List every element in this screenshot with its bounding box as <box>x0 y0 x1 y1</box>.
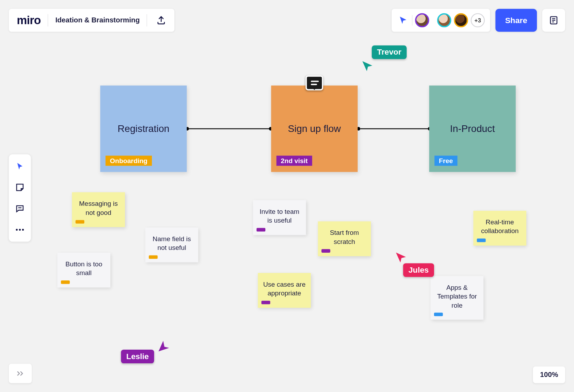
sticky-note-icon <box>15 183 25 192</box>
comment-icon <box>15 204 25 214</box>
tool-sticky[interactable] <box>12 180 27 195</box>
toolbar <box>9 154 31 241</box>
sticky-text: Name field is not useful <box>153 235 191 251</box>
remote-cursor-jules: Jules <box>403 263 434 277</box>
sticky-note[interactable]: Use cases are appropriate <box>258 273 311 308</box>
sticky-note[interactable]: Apps & Templates for role <box>430 276 483 320</box>
avatar[interactable] <box>437 13 451 27</box>
connector-line[interactable] <box>189 128 270 130</box>
avatar-overflow[interactable]: +3 <box>471 13 485 27</box>
sticky-text: Apps & Templates for role <box>437 284 477 309</box>
connector-line[interactable] <box>360 128 429 130</box>
comment-indicator[interactable] <box>306 75 323 90</box>
sticky-tag-chip <box>261 301 270 304</box>
more-icon <box>16 229 24 231</box>
remote-cursor-icon <box>157 339 171 353</box>
sticky-tag-chip <box>434 313 443 316</box>
divider <box>147 14 147 26</box>
sticky-text: Real-time collaboration <box>481 218 518 235</box>
header-right: +3 Share <box>392 9 565 32</box>
divider <box>48 14 48 26</box>
sticky-text: Start from scratch <box>330 229 359 245</box>
cursor-badge-icon <box>398 15 408 25</box>
card-registration[interactable]: Registration Onboarding <box>100 85 187 172</box>
sticky-note[interactable]: Name field is not useful <box>145 227 198 262</box>
card-title: Registration <box>118 123 169 134</box>
card-signup[interactable]: Sign up flow 2nd visit <box>271 85 358 172</box>
sticky-text: Invite to team is useful <box>260 208 300 224</box>
board-title[interactable]: Ideation & Brainstorming <box>55 16 140 24</box>
facilitate-button[interactable] <box>397 14 409 26</box>
export-icon <box>156 15 166 25</box>
sticky-note[interactable]: Real-time collaboration <box>473 211 526 245</box>
remote-cursor-icon <box>361 59 374 73</box>
sticky-text: Button is too small <box>65 260 102 276</box>
presence-bar: +3 <box>392 9 490 32</box>
sticky-tag-chip <box>76 220 84 223</box>
sticky-note[interactable]: Invite to team is useful <box>253 200 306 235</box>
activity-panel-button[interactable] <box>542 9 565 32</box>
remote-cursor-icon <box>394 251 408 264</box>
board-canvas[interactable]: miro Ideation & Brainstorming +3 Share <box>0 0 574 392</box>
card-tag[interactable]: 2nd visit <box>276 156 312 166</box>
sticky-tag-chip <box>477 238 485 242</box>
remote-cursor-trevor: Trevor <box>372 46 407 59</box>
sticky-text: Messaging is not good <box>79 200 118 216</box>
tool-more[interactable] <box>12 222 27 237</box>
tool-select[interactable] <box>12 159 27 174</box>
avatar[interactable] <box>415 13 429 27</box>
cursor-icon <box>15 162 24 170</box>
tool-comment[interactable] <box>12 201 27 216</box>
frames-panel-toggle[interactable] <box>9 364 32 383</box>
share-button[interactable]: Share <box>495 9 537 32</box>
card-title: In-Product <box>450 123 495 134</box>
sticky-tag-chip <box>257 228 265 231</box>
sticky-note[interactable]: Messaging is not good <box>72 192 125 227</box>
logo: miro <box>17 13 41 27</box>
card-tag[interactable]: Free <box>434 156 457 166</box>
card-inproduct[interactable]: In-Product Free <box>429 85 516 172</box>
zoom-level[interactable]: 100% <box>533 366 565 383</box>
divider <box>412 15 412 26</box>
sticky-tag-chip <box>149 255 158 259</box>
sticky-note[interactable]: Button is too small <box>57 253 110 287</box>
notes-icon <box>549 15 559 25</box>
chevrons-right-icon <box>16 370 24 377</box>
export-button[interactable] <box>154 13 168 27</box>
remote-cursor-leslie: Leslie <box>121 350 154 363</box>
header-left: miro Ideation & Brainstorming <box>9 9 175 32</box>
sticky-tag-chip <box>321 249 330 252</box>
avatar[interactable] <box>454 13 468 27</box>
sticky-note[interactable]: Start from scratch <box>318 221 371 256</box>
sticky-text: Use cases are appropriate <box>263 280 306 297</box>
sticky-tag-chip <box>61 280 70 284</box>
card-tag[interactable]: Onboarding <box>106 156 152 166</box>
card-title: Sign up flow <box>288 123 341 134</box>
